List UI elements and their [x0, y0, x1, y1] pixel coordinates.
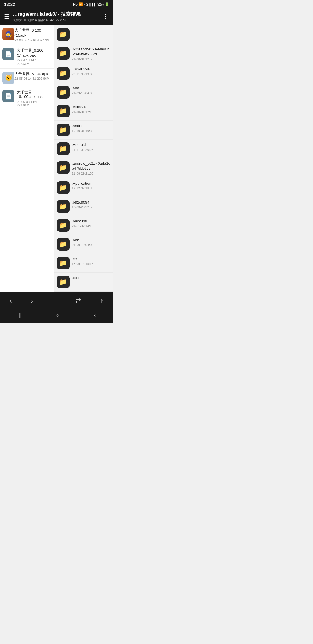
folder-icon: 📁 [57, 200, 70, 213]
folder-icon: 📁 [57, 47, 70, 60]
folder-info: .AllInSdk 21-10-01 12:18 [72, 105, 111, 114]
file-item[interactable]: 📄 大千世界_6.100.apk.bak 22-05-08 14:42 292.… [0, 87, 54, 111]
folder-item[interactable]: 📁 .Android 21-11-02 20:26 [54, 140, 113, 158]
right-panel: 📁 .. 📁 .6226f7cbe59e99a90b5cef6f94f966fd… [54, 25, 113, 292]
folder-meta: 21-09-19 04:08 [72, 91, 111, 95]
folder-item-parent[interactable]: 📁 .. [54, 25, 113, 44]
file-item[interactable]: 🐱 大千世界_6.100.apk 22-05-08 14:51 292.66M [0, 69, 54, 87]
folder-info: .android_e21c40ada1eb475bb627 21-08-29 2… [72, 161, 111, 175]
sys-home-button[interactable]: ○ [56, 312, 59, 319]
nav-forward-button[interactable]: › [26, 296, 38, 306]
hd-badge: HD [73, 3, 78, 6]
folder-item[interactable]: 📁 .b92c9094 19-03-23 22:59 [54, 197, 113, 216]
header-title: …rage/emulated/0/ - 搜索结果 [13, 11, 81, 17]
folder-info: .7934039a 20-11-05 19:05 [72, 67, 111, 76]
folder-item[interactable]: 📁 .bbb 21-09-19 04:08 [54, 235, 113, 254]
header-left: ☰ …rage/emulated/0/ - 搜索结果 文件夹: 0 文件: 4 … [4, 11, 81, 22]
nav-up-button[interactable]: ↑ [95, 296, 108, 306]
folder-info: .b92c9094 19-03-23 22:59 [72, 200, 111, 209]
file-item[interactable]: 🧙 大千世界_6.100 (1).apk 22-06-05 15:16 402.… [0, 25, 54, 45]
file-name: 大千世界_6.100 (1).apk.bak [17, 48, 52, 58]
folder-meta: 19-12-07 18:30 [72, 187, 111, 190]
folder-meta: 21-10-01 12:18 [72, 110, 111, 114]
folder-meta: 21-08-01 12:58 [72, 57, 111, 61]
folder-name: .AllInSdk [72, 105, 111, 110]
folder-name: .ccc [72, 276, 111, 281]
folder-name: .7934039a [72, 67, 111, 72]
folder-icon: 📁 [57, 219, 70, 232]
battery-graphic: 🔋 [105, 2, 109, 6]
folder-info: .backups 21-01-02 14:16 [72, 219, 111, 228]
file-icon: 🐱 [2, 72, 14, 84]
folder-item-backups[interactable]: 📁 .backups 21-01-02 14:16 [54, 216, 113, 235]
folder-icon: 📁 [57, 86, 70, 99]
folder-name: .backups [72, 219, 111, 224]
folder-item[interactable]: 📁 .cc 18-09-14 15:16 [54, 254, 113, 273]
folder-icon: 📁 [57, 257, 70, 269]
file-icon: 📄 [2, 90, 14, 102]
folder-name: .b92c9094 [72, 200, 111, 205]
file-info: 大千世界_6.100.apk 22-05-08 14:51 292.66M [14, 72, 52, 81]
folder-meta: 21-11-02 20:26 [72, 148, 111, 151]
file-item[interactable]: 📄 大千世界_6.100 (1).apk.bak 22-04-13 14:16 … [0, 45, 54, 69]
folder-meta: 18-09-14 15:16 [72, 262, 111, 265]
file-name: 大千世界_6.100.apk [14, 72, 52, 77]
folder-name: .Android [72, 142, 111, 147]
file-name: 大千世界_6.100.apk.bak [17, 90, 52, 100]
folder-info: .andro 19-10-31 10:30 [72, 124, 111, 133]
folder-icon: 📁 [57, 105, 70, 117]
folder-info: .. [72, 28, 111, 34]
folder-item-ccc[interactable]: 📁 .ccc [54, 273, 113, 292]
file-icon: 🧙 [2, 28, 14, 40]
signal-icon: ▌▌▌ [90, 3, 96, 6]
file-info: 大千世界_6.100 (1).apk.bak 22-04-13 14:16 29… [17, 48, 52, 66]
bottom-nav-bar: ‹ › + ⇄ ↑ [0, 292, 113, 309]
folder-icon: 📁 [57, 161, 70, 174]
sys-recent-button[interactable]: ||| [17, 312, 21, 319]
folder-info: .ccc [72, 276, 111, 281]
nav-back-button[interactable]: ‹ [5, 296, 17, 306]
folder-name: .aaa [72, 86, 111, 91]
folder-name: .android_e21c40ada1eb475bb627 [72, 161, 111, 171]
status-time: 13:22 [4, 2, 15, 7]
folder-icon: 📁 [57, 67, 70, 80]
folder-meta: 21-01-02 14:16 [72, 224, 111, 228]
folder-meta: 19-03-23 22:59 [72, 205, 111, 209]
folder-icon: 📁 [57, 124, 70, 136]
folder-meta: 21-09-19 04:08 [72, 243, 111, 247]
folder-info: .Android 21-11-02 20:26 [72, 142, 111, 151]
folder-icon: 📁 [57, 238, 70, 251]
wifi-icon: 📶 [79, 2, 83, 6]
file-meta: 22-05-08 14:51 292.66M [14, 77, 52, 80]
folder-meta: 19-10-31 10:30 [72, 129, 111, 133]
file-meta: 22-06-05 15:16 402.13M [14, 39, 52, 42]
folder-info: .bbb 21-09-19 04:08 [72, 238, 111, 247]
folder-name: .Application [72, 181, 111, 186]
folder-item[interactable]: 📁 .andro 19-10-31 10:30 [54, 121, 113, 140]
folder-item[interactable]: 📁 .7934039a 20-11-05 19:05 [54, 64, 113, 83]
folder-info: .cc 18-09-14 15:16 [72, 257, 111, 266]
network-icon: 4G [84, 3, 88, 6]
folder-meta: 20-11-05 19:05 [72, 73, 111, 76]
folder-item[interactable]: 📁 .Application 19-12-07 18:30 [54, 178, 113, 197]
hamburger-menu-button[interactable]: ☰ [4, 13, 9, 20]
status-bar: 13:22 HD 📶 4G ▌▌▌ 92% 🔋 [0, 0, 113, 8]
file-info: 大千世界_6.100.apk.bak 22-05-08 14:42 292.66… [17, 90, 52, 107]
file-info: 大千世界_6.100 (1).apk 22-06-05 15:16 402.13… [14, 28, 52, 42]
folder-item[interactable]: 📁 .android_e21c40ada1eb475bb627 21-08-29… [54, 158, 113, 178]
sys-back-button[interactable]: ‹ [94, 312, 96, 319]
folder-item[interactable]: 📁 .AllInSdk 21-10-01 12:18 [54, 102, 113, 121]
file-meta: 22-04-13 14:16 292.66M [17, 59, 52, 66]
folder-item[interactable]: 📁 .aaa 21-09-19 04:08 [54, 83, 113, 102]
more-options-button[interactable]: ⋮ [102, 13, 109, 20]
file-name: 大千世界_6.100 (1).apk [14, 28, 52, 38]
system-nav-bar: ||| ○ ‹ [0, 309, 113, 323]
folder-item[interactable]: 📁 .6226f7cbe59e99a90b5cef6f94f966fd 21-0… [54, 44, 113, 64]
file-icon: 📄 [2, 48, 14, 60]
folder-icon: 📁 [57, 28, 70, 41]
folder-icon: 📁 [57, 181, 70, 194]
nav-add-button[interactable]: + [48, 296, 61, 306]
folder-icon: 📁 [57, 142, 70, 155]
header-title-block: …rage/emulated/0/ - 搜索结果 文件夹: 0 文件: 4 储存… [13, 11, 81, 22]
nav-transfer-button[interactable]: ⇄ [71, 296, 86, 306]
